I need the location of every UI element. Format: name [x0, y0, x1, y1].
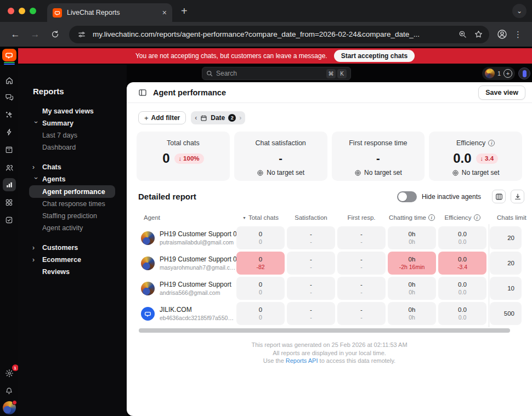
sidebar-item-chat-response-times[interactable]: Chat response times — [18, 198, 127, 210]
tickets-icon[interactable] — [3, 213, 16, 226]
column-header-satisfaction[interactable]: Satisfaction — [287, 214, 335, 221]
browser-menu-icon[interactable]: ⋮ — [514, 30, 522, 39]
zoom-page-icon[interactable] — [459, 30, 467, 38]
chevron-left-icon[interactable]: ‹ — [195, 114, 197, 122]
search-input[interactable] — [216, 70, 325, 77]
reports-icon[interactable] — [3, 178, 16, 191]
info-icon[interactable]: i — [488, 140, 495, 146]
sidebar-item-my-saved-views[interactable]: My saved views — [18, 105, 127, 117]
table-row[interactable]: JILIK.COMeb4636acdc32185f97a55041d481...… — [139, 301, 532, 326]
cell-value: - — [310, 281, 312, 288]
reload-button[interactable] — [47, 27, 63, 42]
cell-total-chats: 00 — [236, 226, 285, 249]
agent-name: JILIK.COM — [160, 306, 236, 314]
cell-compare-value: 0 — [259, 289, 262, 295]
user-avatar[interactable] — [3, 401, 16, 414]
column-header-total-chats[interactable]: ▼Total chats — [236, 214, 285, 221]
sidebar-item-agents[interactable]: ›Agents — [18, 173, 127, 185]
column-header-efficiency[interactable]: Efficiencyi — [438, 214, 486, 221]
sidebar-item-last-7-days[interactable]: Last 7 days — [18, 129, 127, 141]
cell-chatting-time: 0h0h — [388, 302, 436, 325]
hide-inactive-agents-toggle[interactable] — [397, 191, 417, 202]
agent-cell[interactable]: JILIK.COMeb4636acdc32185f97a55041d481... — [139, 306, 236, 321]
cell-compare-value: -2h 16min — [399, 264, 425, 270]
manage-columns-button[interactable] — [492, 190, 506, 203]
chevron-right-icon[interactable]: › — [32, 256, 42, 264]
cell-satisfaction: -- — [287, 226, 335, 249]
download-report-button[interactable] — [511, 190, 524, 203]
settings-gear-icon[interactable]: 1 — [3, 367, 16, 380]
delta-value: 100% — [183, 155, 199, 162]
notifications-bell-icon[interactable] — [3, 384, 16, 397]
browser-toolbar: ← → my.livechatinc.com/reports/agent-per… — [0, 22, 532, 47]
tab-search-chevron-icon[interactable]: ⌄ — [512, 4, 527, 18]
sidebar-item-customers[interactable]: ›Customers — [18, 242, 127, 254]
team-icon[interactable] — [3, 161, 16, 174]
sidebar-item-summary[interactable]: ›Summary — [18, 117, 127, 129]
agent-cell[interactable]: PH19 Customer Supportandrisa566@gmail.co… — [139, 281, 236, 296]
chevron-down-icon[interactable]: › — [32, 177, 40, 187]
page-title: Agent performance — [153, 88, 226, 97]
table-row[interactable]: PH19 Customer Support 01masyarohmunah7@g… — [139, 250, 532, 276]
chevron-right-icon[interactable]: › — [32, 163, 42, 171]
tab-close-icon[interactable]: × — [162, 8, 167, 17]
column-header-chats-limit[interactable]: Chats limit — [489, 214, 527, 221]
maximize-window-button[interactable] — [30, 8, 36, 14]
cell-compare-value: - — [310, 264, 312, 270]
column-header-first-resp[interactable]: First resp. — [337, 214, 386, 221]
agent-cell[interactable]: PH19 Customer Support 02putraismailabdul… — [139, 230, 236, 246]
sidebar-item-agent-activity[interactable]: Agent activity — [18, 222, 127, 234]
date-filter-chip[interactable]: ‹ Date 2 › — [191, 111, 245, 124]
chevron-down-icon[interactable]: › — [32, 121, 40, 131]
back-button[interactable]: ← — [8, 27, 23, 42]
ai-sparkle-icon[interactable] — [3, 108, 16, 121]
cell-first-resp: -- — [337, 226, 386, 249]
chats-icon[interactable] — [3, 90, 16, 104]
agent-cell[interactable]: PH19 Customer Support 01masyarohmunah7@g… — [139, 255, 236, 271]
agent-email: putraismailabdul@gmail.com — [160, 239, 236, 246]
browser-tab[interactable]: LiveChat Reports × — [47, 3, 172, 22]
apps-icon[interactable] — [3, 196, 16, 209]
table-row[interactable]: PH19 Customer Support 02putraismailabdul… — [139, 225, 532, 250]
archives-icon[interactable] — [3, 143, 16, 156]
new-tab-button[interactable]: + — [181, 5, 188, 18]
site-settings-icon[interactable] — [76, 29, 88, 41]
horizontal-scrollbar[interactable] — [139, 328, 510, 333]
url-text[interactable]: my.livechatinc.com/reports/agent-perform… — [93, 30, 451, 38]
chevron-right-icon[interactable]: › — [32, 244, 42, 252]
status-badge[interactable] — [518, 67, 530, 79]
sidebar-item-reviews[interactable]: Reviews — [18, 266, 127, 278]
bookmark-star-icon[interactable] — [474, 30, 483, 38]
table-row[interactable]: PH19 Customer Supportandrisa566@gmail.co… — [139, 276, 532, 301]
close-window-button[interactable] — [8, 8, 14, 14]
reports-api-link[interactable]: Reports API — [286, 357, 318, 364]
sidebar-item-agent-performance[interactable]: Agent performance — [29, 185, 115, 198]
sidebar-item-chats[interactable]: ›Chats — [18, 161, 127, 173]
home-icon[interactable] — [3, 74, 16, 87]
cell-value: 0.0 — [458, 231, 467, 237]
sidebar-item-label: Agents — [42, 175, 65, 183]
invite-agent-icon[interactable]: + — [503, 69, 512, 78]
start-accepting-chats-button[interactable]: Start accepting chats — [334, 50, 415, 62]
collapse-sidebar-icon[interactable] — [138, 88, 148, 97]
sidebar-item-label: Agent performance — [42, 188, 105, 196]
column-header-agent[interactable]: Agent — [139, 214, 236, 221]
card-title: Efficiency i — [456, 139, 495, 147]
cell-value: - — [310, 306, 312, 313]
chevron-right-icon[interactable]: › — [239, 114, 241, 122]
automation-zap-icon[interactable] — [3, 126, 16, 139]
browser-profile-icon[interactable] — [497, 29, 507, 39]
save-view-button[interactable]: Save view — [478, 86, 525, 100]
address-bar[interactable]: my.livechatinc.com/reports/agent-perform… — [69, 26, 489, 43]
info-icon[interactable]: i — [428, 214, 435, 221]
minimize-window-button[interactable] — [19, 8, 25, 14]
forward-button[interactable]: → — [27, 27, 43, 42]
sidebar-item-ecommerce[interactable]: ›Ecommerce — [18, 254, 127, 266]
info-icon[interactable]: i — [474, 214, 480, 221]
active-agents-pill[interactable]: 1 + — [482, 67, 515, 80]
add-filter-button[interactable]: + Add filter — [138, 111, 186, 124]
sidebar-item-dashboard[interactable]: Dashboard — [18, 141, 127, 153]
sidebar-item-staffing-prediction[interactable]: Staffing prediction — [18, 210, 127, 222]
global-search[interactable]: ⌘ K — [202, 67, 351, 80]
column-header-chatting-time[interactable]: Chatting timei — [388, 214, 436, 221]
